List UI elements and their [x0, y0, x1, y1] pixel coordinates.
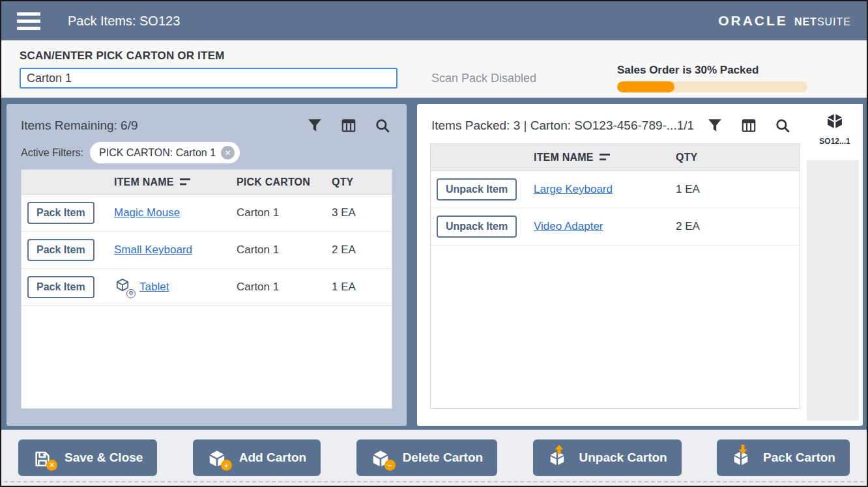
pack-item-button[interactable]: Pack Item [27, 202, 94, 224]
filter-chip: PICK CARTON: Carton 1 ✕ [90, 142, 240, 163]
unpack-item-button[interactable]: Unpack Item [437, 216, 517, 238]
plus-badge-icon: + [221, 460, 232, 471]
progress-label: Sales Order is 30% Packed [617, 64, 807, 77]
pack-items-app: Pack Items: SO123 ORACLE NETSUITE SCAN/E… [0, 0, 868, 487]
columns-icon[interactable] [740, 117, 757, 134]
active-filters-label: Active Filters: [21, 147, 83, 159]
close-badge-icon: ✕ [46, 460, 57, 471]
netsuite-wordmark: NET [794, 16, 817, 27]
carton-tab-strip-background [807, 160, 859, 421]
col-pick-carton[interactable]: PICK CARTON [237, 176, 332, 188]
items-remaining-table: ITEM NAME PICK CARTON QTY Pack Item Magi… [21, 169, 392, 409]
search-icon[interactable] [374, 117, 391, 134]
table-row: Pack Item Small Keyboard Carton 1 2 EA [22, 232, 392, 269]
qty-value: 2 EA [676, 220, 800, 233]
arrow-down-icon [738, 445, 748, 454]
save-icon: ✕ [33, 447, 56, 469]
top-bar: Pack Items: SO123 ORACLE NETSUITE [1, 1, 867, 40]
unpack-carton-icon [547, 447, 571, 469]
item-link[interactable]: Small Keyboard [114, 244, 192, 257]
filter-icon[interactable] [306, 117, 323, 134]
action-bar: ✕ Save & Close + Add Carton − Delete Car… [1, 430, 867, 486]
scan-section: SCAN/ENTER PICK CARTON OR ITEM Scan Pack… [1, 40, 867, 98]
pack-item-button[interactable]: Pack Item [27, 276, 94, 298]
oracle-wordmark: ORACLE [718, 13, 788, 29]
pack-carton-icon [731, 447, 755, 469]
qty-value: 1 EA [332, 281, 392, 294]
progress-bar [617, 81, 807, 92]
qty-value: 2 EA [332, 244, 392, 257]
kit-item-icon: ⚙ [114, 277, 134, 297]
unpack-carton-button[interactable]: Unpack Carton [533, 439, 682, 476]
bottom-divider [4, 481, 864, 482]
remove-filter-icon[interactable]: ✕ [221, 146, 235, 160]
filter-icon[interactable] [706, 117, 723, 134]
table-header: ITEM NAME QTY [431, 144, 800, 171]
sort-icon[interactable] [180, 178, 191, 186]
scan-pack-status: Scan Pack Disabled [431, 72, 536, 85]
items-remaining-panel: Items Remaining: 6/9 Active Filters: PIC… [7, 104, 407, 426]
pack-progress: Sales Order is 30% Packed [617, 64, 807, 92]
page-title: Pack Items: SO123 [68, 14, 180, 29]
add-carton-icon: + [207, 447, 231, 469]
gear-icon: ⚙ [126, 289, 136, 298]
table-row: Pack Item Magic Mouse Carton 1 3 EA [22, 195, 392, 232]
search-icon[interactable] [774, 117, 791, 134]
scan-input[interactable] [20, 68, 398, 89]
table-header: ITEM NAME PICK CARTON QTY [22, 170, 392, 195]
minus-badge-icon: − [384, 460, 396, 471]
carton-tab[interactable]: SO12...1 [807, 104, 863, 160]
items-remaining-title: Items Remaining: 6/9 [21, 118, 306, 133]
qty-value: 1 EA [676, 183, 800, 196]
carton-tab-strip: SO12...1 [807, 104, 863, 426]
pick-carton-value: Carton 1 [237, 244, 332, 257]
arrow-up-icon [554, 445, 564, 454]
columns-icon[interactable] [340, 117, 357, 134]
sort-icon[interactable] [600, 153, 611, 161]
item-link[interactable]: Large Keyboard [534, 183, 613, 196]
items-packed-panel: Items Packed: 3 | Carton: SO123-456-789-… [417, 104, 863, 426]
delete-carton-icon: − [371, 447, 394, 469]
col-qty[interactable]: QTY [332, 176, 392, 188]
item-link[interactable]: Magic Mouse [114, 206, 180, 219]
table-row: Unpack Item Large Keyboard 1 EA [431, 171, 800, 208]
item-link[interactable]: Video Adapter [534, 220, 603, 233]
pick-carton-value: Carton 1 [237, 206, 332, 219]
items-packed-title: Items Packed: 3 | Carton: SO123-456-789-… [431, 118, 706, 133]
col-qty[interactable]: QTY [676, 152, 800, 163]
table-row: Unpack Item Video Adapter 2 EA [431, 208, 800, 245]
delete-carton-button[interactable]: − Delete Carton [356, 439, 498, 476]
item-link[interactable]: Tablet [139, 281, 169, 294]
filter-chip-label: PICK CARTON: Carton 1 [99, 147, 216, 159]
open-carton-icon [824, 112, 845, 132]
add-carton-button[interactable]: + Add Carton [193, 439, 321, 476]
oracle-netsuite-logo: ORACLE NETSUITE [718, 13, 851, 29]
unpack-item-button[interactable]: Unpack Item [437, 178, 517, 201]
items-packed-table: ITEM NAME QTY Unpack Item Large Keyboard… [430, 143, 800, 409]
col-item-name[interactable]: ITEM NAME [534, 152, 594, 163]
col-item-name[interactable]: ITEM NAME [114, 176, 174, 188]
menu-icon[interactable] [17, 12, 40, 30]
scan-label: SCAN/ENTER PICK CARTON OR ITEM [20, 49, 225, 63]
pick-carton-value: Carton 1 [237, 281, 332, 294]
table-row: Pack Item ⚙ Tablet Carton 1 1 EA [22, 269, 392, 306]
qty-value: 3 EA [332, 206, 392, 219]
carton-tab-label: SO12...1 [819, 137, 850, 146]
main-content: Items Remaining: 6/9 Active Filters: PIC… [1, 98, 867, 430]
pack-carton-button[interactable]: Pack Carton [717, 439, 850, 476]
save-close-button[interactable]: ✕ Save & Close [18, 439, 157, 476]
progress-fill [617, 81, 674, 92]
pack-item-button[interactable]: Pack Item [27, 239, 94, 261]
